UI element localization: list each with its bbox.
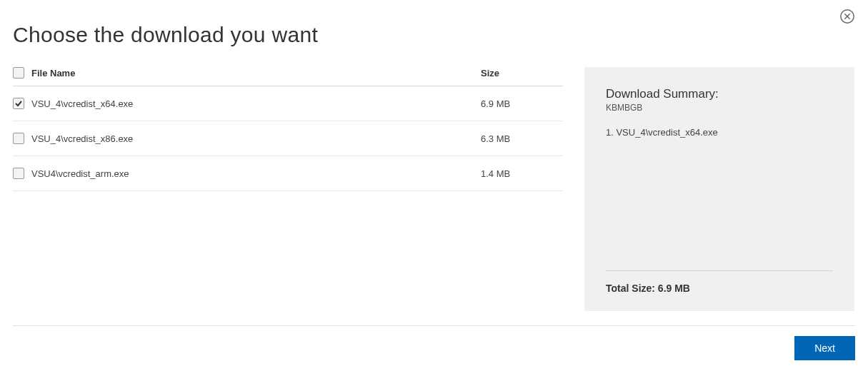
close-button[interactable] [839,9,855,24]
select-all-checkbox[interactable] [13,67,24,78]
table-header: File Name Size [13,67,563,86]
summary-total: Total Size: 6.9 MB [606,283,833,294]
summary-title: Download Summary: [606,87,833,101]
file-name: VSU4\vcredist_arm.exe [31,168,481,179]
summary-list: 1. VSU_4\vcredist_x64.exe [606,127,833,265]
header-size: Size [481,68,563,78]
check-icon [14,99,23,108]
header-filename: File Name [31,68,481,78]
row-checkbox[interactable] [13,168,24,179]
table-row: VSU_4\vcredist_x86.exe 6.3 MB [13,121,563,156]
file-size: 1.4 MB [481,168,563,179]
table-row: VSU_4\vcredist_x64.exe 6.9 MB [13,86,563,121]
row-checkbox[interactable] [13,133,24,144]
file-name: VSU_4\vcredist_x64.exe [31,98,481,109]
summary-item: 1. VSU_4\vcredist_x64.exe [606,127,833,138]
row-checkbox[interactable] [13,98,24,109]
page-title: Choose the download you want [0,0,868,47]
file-name: VSU_4\vcredist_x86.exe [31,133,481,144]
table-row: VSU4\vcredist_arm.exe 1.4 MB [13,156,563,191]
summary-units: KBMBGB [606,103,833,113]
close-icon [839,9,855,24]
file-size: 6.3 MB [481,133,563,144]
summary-divider [606,270,833,271]
file-size: 6.9 MB [481,98,563,109]
summary-panel: Download Summary: KBMBGB 1. VSU_4\vcredi… [584,67,854,311]
file-table: File Name Size VSU_4\vcredist_x64.exe 6.… [13,67,563,311]
next-button[interactable]: Next [794,336,855,360]
bottom-bar: Next [13,325,855,360]
